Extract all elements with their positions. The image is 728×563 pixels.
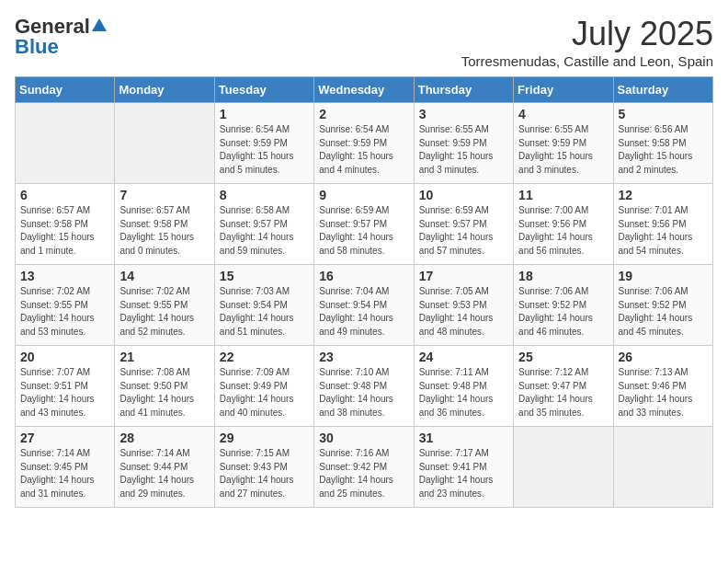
col-header-sunday: Sunday — [16, 77, 115, 103]
day-number: 13 — [20, 269, 109, 283]
day-info: Sunrise: 7:01 AM Sunset: 9:56 PM Dayligh… — [619, 204, 708, 258]
day-number: 7 — [119, 188, 209, 202]
day-number: 1 — [220, 107, 309, 121]
calendar-week-row: 27Sunrise: 7:14 AM Sunset: 9:45 PM Dayli… — [16, 427, 713, 508]
calendar-cell: 16Sunrise: 7:04 AM Sunset: 9:54 PM Dayli… — [314, 265, 414, 346]
day-number: 27 — [20, 431, 109, 445]
day-number: 31 — [419, 431, 508, 445]
calendar-cell — [115, 103, 214, 184]
calendar-cell: 6Sunrise: 6:57 AM Sunset: 9:58 PM Daylig… — [16, 184, 115, 265]
day-info: Sunrise: 7:08 AM Sunset: 9:50 PM Dayligh… — [119, 366, 209, 419]
calendar-cell: 5Sunrise: 6:56 AM Sunset: 9:58 PM Daylig… — [613, 103, 712, 184]
logo-triangle-icon — [91, 17, 108, 37]
day-number: 5 — [619, 107, 708, 121]
title-area: July 2025 Torresmenudas, Castille and Le… — [461, 15, 713, 69]
calendar-cell: 4Sunrise: 6:55 AM Sunset: 9:59 PM Daylig… — [514, 103, 613, 184]
day-info: Sunrise: 7:15 AM Sunset: 9:43 PM Dayligh… — [220, 447, 309, 500]
day-number: 24 — [419, 350, 508, 364]
calendar-cell: 12Sunrise: 7:01 AM Sunset: 9:56 PM Dayli… — [613, 184, 712, 265]
day-number: 11 — [518, 188, 608, 202]
calendar-header-row: SundayMondayTuesdayWednesdayThursdayFrid… — [16, 77, 713, 103]
day-info: Sunrise: 7:14 AM Sunset: 9:45 PM Dayligh… — [20, 447, 109, 500]
calendar-cell: 26Sunrise: 7:13 AM Sunset: 9:46 PM Dayli… — [613, 346, 712, 427]
day-info: Sunrise: 6:57 AM Sunset: 9:58 PM Dayligh… — [20, 204, 109, 258]
calendar-cell: 9Sunrise: 6:59 AM Sunset: 9:57 PM Daylig… — [314, 184, 414, 265]
day-number: 28 — [119, 431, 209, 445]
day-info: Sunrise: 7:09 AM Sunset: 9:49 PM Dayligh… — [220, 366, 309, 419]
logo: General Blue — [15, 15, 108, 59]
day-number: 21 — [119, 350, 209, 364]
day-info: Sunrise: 6:54 AM Sunset: 9:59 PM Dayligh… — [319, 123, 408, 177]
calendar-cell: 10Sunrise: 6:59 AM Sunset: 9:57 PM Dayli… — [414, 184, 513, 265]
day-info: Sunrise: 7:17 AM Sunset: 9:41 PM Dayligh… — [419, 447, 508, 500]
day-info: Sunrise: 6:57 AM Sunset: 9:58 PM Dayligh… — [119, 204, 209, 258]
calendar-table: SundayMondayTuesdayWednesdayThursdayFrid… — [15, 76, 713, 508]
day-number: 10 — [419, 188, 508, 202]
calendar-cell: 3Sunrise: 6:55 AM Sunset: 9:59 PM Daylig… — [414, 103, 513, 184]
day-info: Sunrise: 6:59 AM Sunset: 9:57 PM Dayligh… — [319, 204, 408, 258]
month-year-title: July 2025 — [461, 15, 713, 53]
calendar-cell: 13Sunrise: 7:02 AM Sunset: 9:55 PM Dayli… — [16, 265, 115, 346]
calendar-cell: 14Sunrise: 7:02 AM Sunset: 9:55 PM Dayli… — [115, 265, 214, 346]
day-info: Sunrise: 7:11 AM Sunset: 9:48 PM Dayligh… — [419, 366, 508, 419]
calendar-cell: 19Sunrise: 7:06 AM Sunset: 9:52 PM Dayli… — [613, 265, 712, 346]
day-info: Sunrise: 7:13 AM Sunset: 9:46 PM Dayligh… — [619, 366, 708, 419]
day-number: 29 — [220, 431, 309, 445]
day-info: Sunrise: 7:06 AM Sunset: 9:52 PM Dayligh… — [518, 285, 608, 339]
col-header-saturday: Saturday — [613, 77, 712, 103]
svg-marker-0 — [92, 18, 107, 31]
calendar-cell: 23Sunrise: 7:10 AM Sunset: 9:48 PM Dayli… — [314, 346, 414, 427]
calendar-cell: 20Sunrise: 7:07 AM Sunset: 9:51 PM Dayli… — [16, 346, 115, 427]
col-header-monday: Monday — [115, 77, 214, 103]
calendar-cell: 29Sunrise: 7:15 AM Sunset: 9:43 PM Dayli… — [214, 427, 313, 508]
calendar-week-row: 6Sunrise: 6:57 AM Sunset: 9:58 PM Daylig… — [16, 184, 713, 265]
calendar-cell: 27Sunrise: 7:14 AM Sunset: 9:45 PM Dayli… — [16, 427, 115, 508]
day-number: 17 — [419, 269, 508, 283]
day-number: 4 — [518, 107, 608, 121]
calendar-cell: 11Sunrise: 7:00 AM Sunset: 9:56 PM Dayli… — [514, 184, 613, 265]
calendar-cell: 21Sunrise: 7:08 AM Sunset: 9:50 PM Dayli… — [115, 346, 214, 427]
day-info: Sunrise: 7:04 AM Sunset: 9:54 PM Dayligh… — [319, 285, 408, 339]
day-info: Sunrise: 7:12 AM Sunset: 9:47 PM Dayligh… — [518, 366, 608, 419]
page-header: General Blue July 2025 Torresmenudas, Ca… — [15, 15, 713, 69]
day-info: Sunrise: 6:54 AM Sunset: 9:59 PM Dayligh… — [220, 123, 309, 177]
day-info: Sunrise: 7:00 AM Sunset: 9:56 PM Dayligh… — [518, 204, 608, 258]
day-number: 12 — [619, 188, 708, 202]
calendar-cell: 17Sunrise: 7:05 AM Sunset: 9:53 PM Dayli… — [414, 265, 513, 346]
col-header-thursday: Thursday — [414, 77, 513, 103]
calendar-cell — [16, 103, 115, 184]
day-number: 23 — [319, 350, 408, 364]
calendar-cell: 1Sunrise: 6:54 AM Sunset: 9:59 PM Daylig… — [214, 103, 313, 184]
calendar-cell: 22Sunrise: 7:09 AM Sunset: 9:49 PM Dayli… — [214, 346, 313, 427]
calendar-cell: 31Sunrise: 7:17 AM Sunset: 9:41 PM Dayli… — [414, 427, 513, 508]
day-number: 15 — [220, 269, 309, 283]
calendar-cell: 2Sunrise: 6:54 AM Sunset: 9:59 PM Daylig… — [314, 103, 414, 184]
day-info: Sunrise: 7:10 AM Sunset: 9:48 PM Dayligh… — [319, 366, 408, 419]
location-text: Torresmenudas, Castille and Leon, Spain — [461, 53, 713, 69]
col-header-friday: Friday — [514, 77, 613, 103]
day-number: 19 — [619, 269, 708, 283]
calendar-cell: 25Sunrise: 7:12 AM Sunset: 9:47 PM Dayli… — [514, 346, 613, 427]
day-info: Sunrise: 7:16 AM Sunset: 9:42 PM Dayligh… — [319, 447, 408, 500]
day-number: 2 — [319, 107, 408, 121]
day-number: 16 — [319, 269, 408, 283]
day-info: Sunrise: 6:56 AM Sunset: 9:58 PM Dayligh… — [619, 123, 708, 177]
day-number: 6 — [20, 188, 109, 202]
day-info: Sunrise: 6:55 AM Sunset: 9:59 PM Dayligh… — [419, 123, 508, 177]
day-number: 3 — [419, 107, 508, 121]
day-number: 18 — [518, 269, 608, 283]
col-header-tuesday: Tuesday — [214, 77, 313, 103]
calendar-cell: 8Sunrise: 6:58 AM Sunset: 9:57 PM Daylig… — [214, 184, 313, 265]
day-info: Sunrise: 7:05 AM Sunset: 9:53 PM Dayligh… — [419, 285, 508, 339]
day-info: Sunrise: 7:02 AM Sunset: 9:55 PM Dayligh… — [119, 285, 209, 339]
day-number: 8 — [220, 188, 309, 202]
day-number: 25 — [518, 350, 608, 364]
day-number: 26 — [619, 350, 708, 364]
day-info: Sunrise: 7:07 AM Sunset: 9:51 PM Dayligh… — [20, 366, 109, 419]
day-number: 22 — [220, 350, 309, 364]
calendar-cell: 28Sunrise: 7:14 AM Sunset: 9:44 PM Dayli… — [115, 427, 214, 508]
calendar-cell: 30Sunrise: 7:16 AM Sunset: 9:42 PM Dayli… — [314, 427, 414, 508]
calendar-cell: 18Sunrise: 7:06 AM Sunset: 9:52 PM Dayli… — [514, 265, 613, 346]
calendar-cell — [613, 427, 712, 508]
day-info: Sunrise: 6:55 AM Sunset: 9:59 PM Dayligh… — [518, 123, 608, 177]
